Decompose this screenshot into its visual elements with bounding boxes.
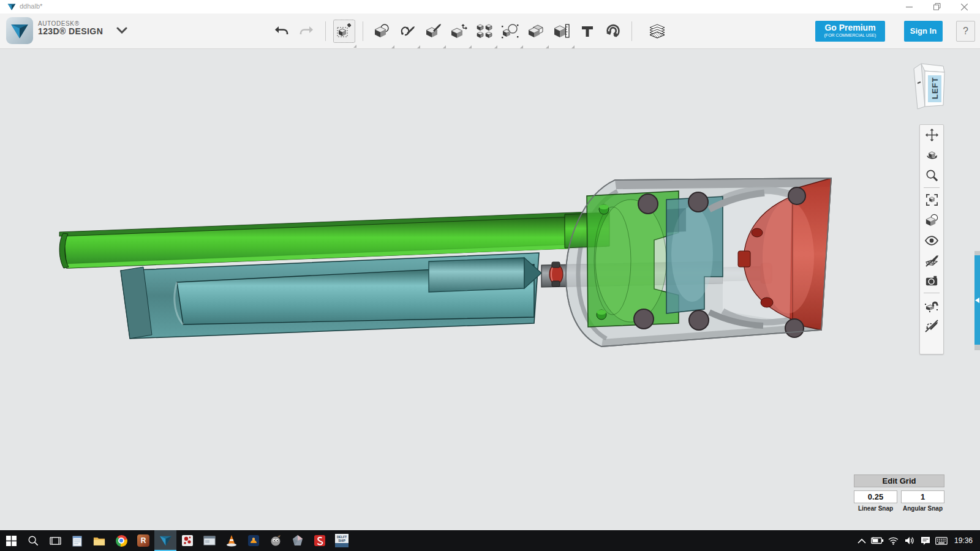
orbit-icon [925, 148, 939, 162]
task-view-button[interactable] [44, 530, 66, 551]
screenshot-button[interactable] [920, 271, 943, 291]
sketch-icon [399, 23, 416, 39]
magnet-icon [605, 23, 622, 39]
taskbar-vlc-app[interactable] [221, 530, 243, 551]
view-cube-face-label: LEFT [930, 77, 940, 100]
transform-move-icon [336, 23, 353, 40]
red-s-icon [314, 534, 326, 547]
taskbar-notepad-app[interactable] [66, 530, 88, 551]
grid-toggle-button[interactable] [920, 250, 943, 271]
view-cube[interactable]: LEFT [903, 59, 949, 113]
123d-triangle-icon [159, 535, 172, 546]
model-green-bolt[interactable] [599, 204, 609, 214]
3d-viewport[interactable]: LEFT [0, 49, 980, 530]
taskbar-search-button[interactable] [22, 530, 44, 551]
measure-tool-button[interactable] [551, 20, 573, 43]
search-icon [28, 535, 39, 546]
linear-snap-label: Linear Snap [854, 505, 897, 512]
model-red-bolt[interactable] [761, 298, 773, 307]
app-menu-logo[interactable] [6, 17, 33, 44]
chrome-icon [116, 535, 127, 547]
transform-tool-button[interactable] [333, 20, 355, 43]
paint-splatter-icon [181, 534, 194, 547]
pan-button[interactable] [920, 125, 943, 145]
redo-button[interactable] [296, 20, 318, 43]
dropdown-caret-icon [519, 45, 523, 48]
sign-in-button[interactable]: Sign In [904, 21, 943, 42]
start-button[interactable] [0, 530, 22, 551]
model-red-bolt[interactable] [752, 228, 763, 237]
construct-icon [424, 23, 442, 39]
tool-strip [268, 17, 670, 46]
window-app-icon [203, 536, 216, 545]
model-green-bolt[interactable] [597, 310, 606, 320]
tray-volume-icon[interactable] [902, 536, 918, 545]
dropdown-caret-icon [353, 45, 356, 48]
taskbar-123d-design-app-active[interactable] [154, 530, 176, 551]
construct-tool-button[interactable] [422, 20, 444, 43]
dropdown-caret-icon [468, 45, 472, 48]
dropdown-caret-icon [494, 45, 497, 48]
taskbar-polyhedron-app[interactable] [287, 530, 309, 551]
close-button[interactable] [951, 0, 978, 13]
minimize-button[interactable] [895, 0, 923, 13]
main-toolbar: AUTODESK® 123D® DESIGN [0, 13, 980, 49]
view-shading-button[interactable] [920, 210, 943, 230]
snap-tool-button[interactable] [602, 20, 624, 43]
modify-tool-button[interactable] [448, 20, 470, 43]
measure-icon [553, 23, 570, 39]
dropdown-caret-icon [417, 45, 420, 48]
tray-notification-icon[interactable] [918, 536, 933, 545]
taskbar-orange-dome-app[interactable] [243, 530, 265, 551]
sketch-tool-button[interactable] [396, 20, 418, 43]
task-view-icon [50, 536, 61, 546]
snap-toggle-button[interactable] [920, 295, 943, 315]
zoom-button[interactable] [920, 165, 943, 186]
pattern-tool-button[interactable] [473, 20, 496, 43]
taskbar-gimp-app[interactable] [265, 530, 287, 551]
dropdown-caret-icon [442, 45, 446, 48]
combine-tool-button[interactable] [525, 20, 547, 43]
3d-model[interactable] [0, 49, 980, 530]
main-menu-chevron-down-icon[interactable] [116, 27, 127, 34]
panel-expand-arrow-icon [975, 298, 979, 303]
tray-chevron-up-icon[interactable] [854, 538, 870, 544]
primitives-tool-button[interactable] [371, 20, 393, 43]
text-icon [580, 24, 595, 39]
go-premium-button[interactable]: Go Premium (FOR COMMERCIAL USE) [815, 21, 885, 42]
polyhedron-icon [292, 534, 304, 547]
pan-icon [925, 128, 939, 142]
edit-grid-button[interactable]: Edit Grid [854, 474, 944, 487]
taskbar-r-app[interactable]: R [132, 530, 154, 551]
restore-button[interactable] [923, 0, 951, 13]
zoom-magnifier-icon [925, 168, 939, 182]
linear-snap-input[interactable] [854, 490, 897, 503]
material-tool-button[interactable] [646, 20, 668, 43]
edge-panel-handle[interactable] [974, 255, 980, 345]
grouping-tool-button[interactable] [499, 20, 521, 43]
taskbar-red-s-app[interactable] [309, 530, 331, 551]
dropdown-caret-icon [545, 45, 549, 48]
nav-separator [924, 293, 940, 293]
grid-off-icon [924, 253, 939, 268]
hide-show-button[interactable] [920, 230, 943, 250]
redo-icon [299, 24, 315, 38]
orbit-button[interactable] [920, 145, 943, 165]
sketch-visibility-button[interactable] [920, 315, 943, 335]
taskbar-paint-splatter-app[interactable] [176, 530, 198, 551]
angular-snap-input[interactable] [901, 490, 944, 503]
help-button[interactable]: ? [956, 21, 975, 42]
taskbar-file-explorer-app[interactable] [88, 530, 110, 551]
taskbar-chrome-app[interactable] [110, 530, 132, 551]
undo-button[interactable] [270, 20, 292, 43]
tray-battery-icon[interactable] [870, 537, 886, 544]
tray-wifi-icon[interactable] [886, 537, 902, 545]
taskbar-window-app[interactable] [198, 530, 221, 551]
tray-keyboard-icon[interactable] [933, 537, 949, 545]
app-window: ddhalb* AUTODESK® 123D® DESIGN [0, 0, 980, 551]
zoom-fit-button[interactable] [920, 190, 943, 210]
text-tool-button[interactable] [576, 20, 598, 43]
edit-grid-panel: Edit Grid Linear Snap Angular Snap [854, 474, 944, 512]
taskbar-delftship-app[interactable]: DELFT SHIP [331, 530, 353, 551]
taskbar-clock[interactable]: 19:36 [954, 536, 973, 545]
